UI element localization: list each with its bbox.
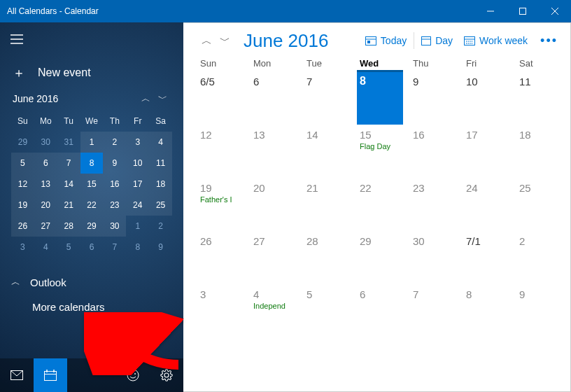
day-view-button[interactable]: Day <box>416 28 458 53</box>
grid-day-cell[interactable]: 8 <box>357 70 403 125</box>
mini-day-cell[interactable]: 14 <box>57 174 80 195</box>
next-period-button[interactable]: ﹀ <box>216 34 234 48</box>
grid-day-cell[interactable]: 26 <box>197 232 244 286</box>
mini-next-button[interactable]: ﹀ <box>154 92 171 105</box>
today-button[interactable]: Today <box>360 28 412 53</box>
mini-day-cell[interactable]: 13 <box>34 174 57 195</box>
mini-day-cell[interactable]: 8 <box>80 153 104 174</box>
more-actions-button[interactable]: ••• <box>533 34 562 48</box>
grid-day-cell[interactable]: 3 <box>197 286 244 339</box>
mini-day-cell[interactable]: 29 <box>80 216 104 237</box>
grid-day-cell[interactable]: 16 <box>410 126 456 179</box>
mini-prev-button[interactable]: ︿ <box>137 92 154 105</box>
mini-day-cell[interactable]: 5 <box>57 237 80 258</box>
grid-day-cell[interactable]: 27 <box>251 232 297 286</box>
grid-day-cell[interactable]: 30 <box>410 232 456 286</box>
grid-day-cell[interactable]: 25 <box>516 179 563 232</box>
calendar-button[interactable] <box>34 358 67 392</box>
grid-day-cell[interactable]: 7 <box>304 73 350 126</box>
close-button[interactable] <box>539 0 571 22</box>
event-label[interactable]: Flag Day <box>360 142 403 150</box>
grid-day-cell[interactable]: 24 <box>463 179 509 232</box>
grid-day-cell[interactable]: 19Father's I <box>197 179 244 232</box>
grid-day-cell[interactable]: 18 <box>516 126 563 179</box>
mini-day-cell[interactable]: 3 <box>11 237 34 258</box>
day-number: 28 <box>306 235 350 247</box>
mini-day-cell[interactable]: 16 <box>103 174 126 195</box>
hamburger-button[interactable] <box>0 22 34 56</box>
grid-day-cell[interactable]: 9 <box>516 286 563 339</box>
new-event-button[interactable]: ＋ New event <box>0 56 183 90</box>
grid-day-cell[interactable]: 6 <box>251 73 297 126</box>
grid-day-cell[interactable]: 8 <box>463 286 509 339</box>
maximize-button[interactable] <box>507 0 539 22</box>
mini-day-cell[interactable]: 2 <box>103 132 126 153</box>
mini-day-cell[interactable]: 5 <box>11 153 34 174</box>
grid-day-cell[interactable]: 20 <box>251 179 297 232</box>
grid-day-cell[interactable]: 29 <box>357 232 403 286</box>
mini-day-cell[interactable]: 9 <box>103 153 126 174</box>
mini-day-cell[interactable]: 20 <box>34 195 57 216</box>
feedback-button[interactable] <box>116 358 150 392</box>
grid-day-cell[interactable]: 15Flag Day <box>357 126 403 179</box>
outlook-section-toggle[interactable]: ︿ Outlook <box>0 276 183 288</box>
mini-day-cell[interactable]: 3 <box>126 132 149 153</box>
grid-day-cell[interactable]: 6 <box>357 286 403 339</box>
mini-day-cell[interactable]: 6 <box>34 153 57 174</box>
mini-day-cell[interactable]: 1 <box>126 216 149 237</box>
mini-day-cell[interactable]: 6 <box>80 237 104 258</box>
grid-day-cell[interactable]: 14 <box>304 126 350 179</box>
grid-day-cell[interactable]: 7/1 <box>463 232 509 286</box>
mini-day-cell[interactable]: 7 <box>57 153 80 174</box>
mini-day-cell[interactable]: 7 <box>103 237 126 258</box>
event-label[interactable]: Father's I <box>200 195 244 204</box>
mini-day-cell[interactable]: 26 <box>11 216 34 237</box>
mini-day-cell[interactable]: 8 <box>126 237 149 258</box>
grid-day-cell[interactable]: 12 <box>197 126 244 179</box>
grid-day-cell[interactable]: 10 <box>463 73 509 126</box>
mini-day-cell[interactable]: 30 <box>34 132 57 153</box>
grid-day-cell[interactable]: 28 <box>304 232 350 286</box>
grid-day-cell[interactable]: 13 <box>251 126 297 179</box>
grid-day-cell[interactable]: 11 <box>516 73 563 126</box>
minimize-button[interactable] <box>474 0 507 22</box>
grid-day-cell[interactable]: 21 <box>304 179 350 232</box>
mini-day-cell[interactable]: 18 <box>149 174 172 195</box>
work-week-view-button[interactable]: Work week <box>458 28 533 53</box>
mini-day-cell[interactable]: 19 <box>11 195 34 216</box>
mini-day-cell[interactable]: 10 <box>126 153 149 174</box>
event-label[interactable]: Independ <box>253 302 297 310</box>
mini-day-cell[interactable]: 4 <box>149 132 172 153</box>
mini-day-cell[interactable]: 4 <box>34 237 57 258</box>
mini-day-cell[interactable]: 28 <box>57 216 80 237</box>
mini-day-cell[interactable]: 1 <box>80 132 104 153</box>
mini-day-cell[interactable]: 27 <box>34 216 57 237</box>
mini-day-cell[interactable]: 11 <box>149 153 172 174</box>
grid-day-cell[interactable]: 4Independ <box>251 286 297 339</box>
grid-day-cell[interactable]: 22 <box>357 179 403 232</box>
grid-day-cell[interactable]: 6/5 <box>197 73 244 126</box>
grid-day-cell[interactable]: 7 <box>410 286 456 339</box>
grid-day-cell[interactable]: 17 <box>463 126 509 179</box>
mini-day-cell[interactable]: 29 <box>11 132 34 153</box>
mini-day-cell[interactable]: 9 <box>149 237 172 258</box>
grid-day-cell[interactable]: 5 <box>304 286 350 339</box>
mini-day-cell[interactable]: 21 <box>57 195 80 216</box>
mini-day-cell[interactable]: 31 <box>57 132 80 153</box>
mini-day-cell[interactable]: 24 <box>126 195 149 216</box>
grid-day-cell[interactable]: 23 <box>410 179 456 232</box>
mini-day-cell[interactable]: 17 <box>126 174 149 195</box>
more-calendars-link[interactable]: More calendars <box>0 301 183 313</box>
mini-day-cell[interactable]: 22 <box>80 195 104 216</box>
mini-day-cell[interactable]: 12 <box>11 174 34 195</box>
prev-period-button[interactable]: ︿ <box>197 34 216 48</box>
grid-day-cell[interactable]: 2 <box>516 232 563 286</box>
mini-day-cell[interactable]: 25 <box>149 195 172 216</box>
mini-day-cell[interactable]: 2 <box>149 216 172 237</box>
mail-button[interactable] <box>0 358 34 392</box>
mini-day-cell[interactable]: 30 <box>103 216 126 237</box>
mini-day-cell[interactable]: 23 <box>103 195 126 216</box>
mini-day-cell[interactable]: 15 <box>80 174 104 195</box>
grid-day-cell[interactable]: 9 <box>410 73 456 126</box>
settings-button[interactable] <box>150 358 183 392</box>
